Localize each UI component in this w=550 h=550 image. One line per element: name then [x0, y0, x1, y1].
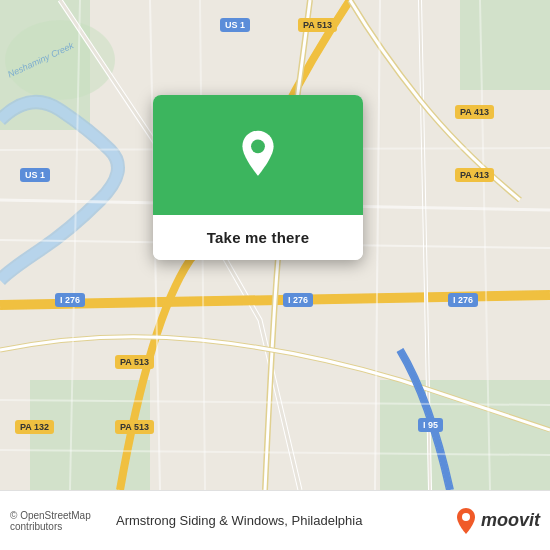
bottom-bar: © OpenStreetMap contributors Armstrong S… — [0, 490, 550, 550]
take-me-there-button[interactable]: Take me there — [153, 215, 363, 260]
badge-pa413-mid: PA 413 — [455, 168, 494, 182]
location-pin-icon — [232, 129, 284, 181]
badge-pa132: PA 132 — [15, 420, 54, 434]
popup-green-header — [153, 95, 363, 215]
svg-point-17 — [462, 513, 470, 521]
moovit-text-label: moovit — [481, 510, 540, 531]
badge-pa513-bot2: PA 513 — [115, 420, 154, 434]
location-info: Armstrong Siding & Windows, Philadelphia — [116, 513, 434, 528]
badge-us1-top: US 1 — [220, 18, 250, 32]
badge-i95: I 95 — [418, 418, 443, 432]
badge-i276-mid: I 276 — [283, 293, 313, 307]
moovit-pin-icon — [455, 507, 477, 535]
badge-i276-right: I 276 — [448, 293, 478, 307]
svg-rect-2 — [460, 0, 550, 90]
badge-pa513-top: PA 513 — [298, 18, 337, 32]
badge-i276-left: I 276 — [55, 293, 85, 307]
moovit-logo: moovit — [434, 507, 540, 535]
map-container: Neshaminy Creek US 1 US 1 PA 513 PA 413 … — [0, 0, 550, 490]
osm-credit: © OpenStreetMap contributors — [10, 510, 116, 532]
svg-point-16 — [251, 139, 265, 153]
badge-pa513-bot: PA 513 — [115, 355, 154, 369]
badge-pa413-top: PA 413 — [455, 105, 494, 119]
popup-card: Take me there — [153, 95, 363, 260]
svg-rect-3 — [380, 380, 550, 490]
badge-us1-left: US 1 — [20, 168, 50, 182]
